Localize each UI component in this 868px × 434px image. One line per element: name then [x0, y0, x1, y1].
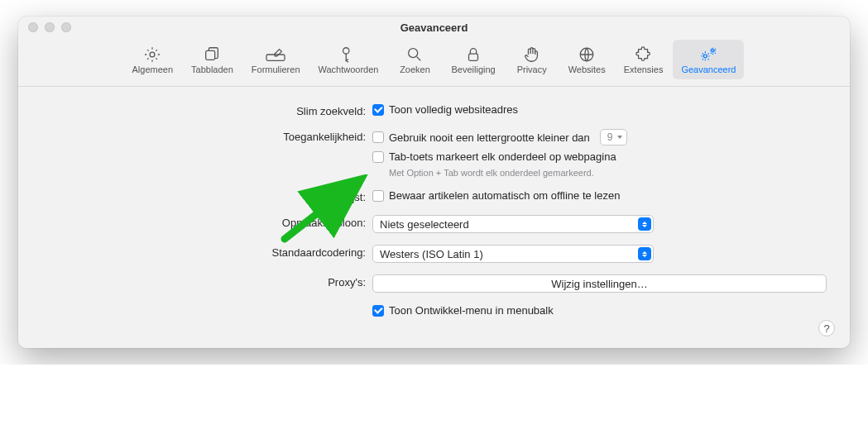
select-stylesheet-value: Niets geselecteerd	[380, 218, 469, 231]
tab-privacy[interactable]: Privacy	[506, 40, 559, 79]
gears-icon	[698, 45, 718, 64]
option-save-offline: Bewaar artikelen automatisch om offline …	[389, 189, 620, 202]
preferences-toolbar: Algemeen Tabbladen Formulieren Wachtwoor…	[18, 38, 850, 87]
tab-autofill[interactable]: Formulieren	[243, 40, 309, 79]
help-button[interactable]: ?	[818, 320, 835, 336]
key-icon	[339, 45, 357, 64]
label-encoding: Standaardcodering:	[41, 245, 372, 259]
preferences-window: Geavanceerd Algemeen Tabbladen Formulier…	[18, 17, 850, 348]
label-smart-search: Slim zoekveld:	[41, 103, 372, 117]
row-accessibility: Toegankelijkheid: Gebruik nooit een lett…	[41, 129, 827, 178]
tab-extensions[interactable]: Extensies	[616, 40, 672, 79]
zoom-window-button[interactable]	[61, 22, 71, 32]
window-title: Geavanceerd	[18, 21, 850, 34]
checkbox-min-fontsize[interactable]	[372, 131, 384, 143]
label-proxies: Proxy's:	[41, 274, 372, 289]
change-proxy-settings-button[interactable]: Wijzig instellingen…	[372, 274, 827, 293]
tab-websites[interactable]: Websites	[560, 40, 614, 79]
row-smart-search: Slim zoekveld: Toon volledig websiteadre…	[41, 103, 827, 117]
content-area: Slim zoekveld: Toon volledig websiteadre…	[18, 87, 850, 348]
row-proxies: Proxy's: Wijzig instellingen…	[41, 274, 827, 293]
tab-advanced[interactable]: Geavanceerd	[673, 40, 744, 79]
svg-rect-2	[266, 55, 285, 60]
checkbox-save-offline[interactable]	[372, 190, 384, 202]
gear-icon	[143, 45, 161, 64]
select-encoding[interactable]: Westers (ISO Latin 1)	[372, 245, 654, 263]
tabs-icon	[203, 45, 221, 64]
search-icon	[405, 45, 424, 64]
row-encoding: Standaardcodering: Westers (ISO Latin 1)	[41, 245, 827, 263]
checkbox-show-develop-menu[interactable]	[372, 305, 384, 317]
svg-point-0	[150, 52, 155, 57]
row-stylesheet: Opmaaksjabloon: Niets geselecteerd	[41, 215, 827, 233]
svg-rect-1	[206, 50, 215, 60]
fontsize-stepper[interactable]: 9	[600, 129, 627, 145]
label-stylesheet: Opmaaksjabloon:	[41, 215, 372, 229]
option-min-fontsize: Gebruik nooit een lettergrootte kleiner …	[389, 131, 590, 144]
tab-general[interactable]: Algemeen	[124, 40, 182, 79]
svg-point-8	[712, 49, 714, 51]
chevron-updown-icon	[638, 217, 651, 231]
select-encoding-value: Westers (ISO Latin 1)	[380, 248, 483, 260]
svg-point-7	[704, 54, 707, 57]
tab-security[interactable]: Beveiliging	[443, 40, 503, 79]
svg-point-3	[343, 47, 349, 53]
puzzle-icon	[635, 45, 653, 64]
lock-icon	[464, 45, 482, 64]
checkbox-show-full-address[interactable]	[372, 104, 384, 116]
option-show-full-address: Toon volledig websiteadres	[389, 103, 518, 116]
option-show-develop-menu: Toon Ontwikkel-menu in menubalk	[389, 304, 554, 317]
annotation-arrow-icon	[278, 174, 377, 249]
option-tab-highlight: Tab-toets markeert elk onderdeel op webp…	[389, 150, 616, 163]
row-develop-menu: Toon Ontwikkel-menu in menubalk	[41, 304, 827, 317]
checkbox-tab-highlight[interactable]	[372, 151, 384, 163]
tab-passwords[interactable]: Wachtwoorden	[310, 40, 387, 79]
globe-icon	[578, 45, 596, 64]
helper-option-tab: Met Option + Tab wordt elk onderdeel gem…	[389, 168, 827, 178]
svg-point-4	[409, 48, 418, 57]
window-controls	[28, 22, 71, 32]
row-reading-list: Leeslijst: Bewaar artikelen automatisch …	[41, 189, 827, 203]
hand-icon	[523, 45, 541, 64]
tab-tabs[interactable]: Tabbladen	[183, 40, 242, 79]
label-accessibility: Toegankelijkheid:	[41, 129, 372, 143]
tab-search[interactable]: Zoeken	[388, 40, 441, 79]
close-window-button[interactable]	[28, 22, 38, 32]
minimize-window-button[interactable]	[45, 22, 55, 32]
pencil-field-icon	[265, 45, 286, 64]
label-reading-list: Leeslijst:	[41, 189, 372, 203]
chevron-updown-icon	[638, 247, 651, 260]
select-stylesheet[interactable]: Niets geselecteerd	[372, 215, 654, 233]
titlebar: Geavanceerd	[18, 17, 850, 38]
svg-rect-5	[469, 54, 478, 60]
